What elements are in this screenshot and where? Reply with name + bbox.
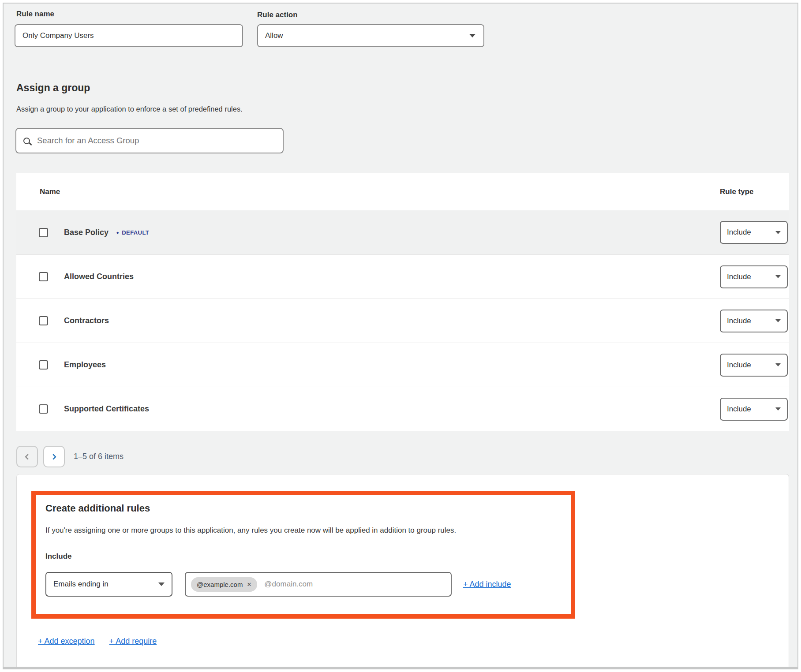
add-exception-link[interactable]: + Add exception xyxy=(38,637,95,646)
access-group-search[interactable] xyxy=(15,128,284,153)
rule-type-value: Include xyxy=(727,273,751,281)
rule-type-value: Include xyxy=(727,317,751,325)
rule-action-value: Allow xyxy=(265,31,283,40)
pagination-label: 1–5 of 6 items xyxy=(74,452,124,461)
email-domain-chip: @example.com ✕ xyxy=(191,577,257,592)
assign-group-description: Assign a group to your application to en… xyxy=(16,105,243,113)
chevron-down-icon xyxy=(775,363,781,366)
pagination: 1–5 of 6 items xyxy=(16,446,124,467)
chevron-down-icon xyxy=(158,582,165,586)
default-badge-label: DEFAULT xyxy=(122,229,149,236)
additional-rules-card: Create additional rules If you're assign… xyxy=(16,474,789,667)
column-header-name: Name xyxy=(40,187,720,196)
rule-type-select[interactable]: Include xyxy=(720,354,788,377)
row-checkbox[interactable] xyxy=(39,272,48,281)
next-page-button[interactable] xyxy=(43,446,65,467)
chip-remove-icon[interactable]: ✕ xyxy=(247,581,251,588)
chevron-down-icon xyxy=(469,34,475,37)
include-label: Include xyxy=(45,552,561,561)
group-name: Allowed Countries xyxy=(64,272,134,281)
rule-type-value: Include xyxy=(727,228,751,237)
table-header: Name Rule type xyxy=(16,173,789,210)
rule-action-select[interactable]: Allow xyxy=(257,24,484,47)
search-input[interactable] xyxy=(37,136,276,146)
table-row: Base Policy • DEFAULT Include xyxy=(16,210,789,254)
row-checkbox[interactable] xyxy=(39,228,48,237)
table-row: Supported Certificates Include xyxy=(16,387,789,431)
table-row: Contractors Include xyxy=(16,299,789,343)
column-header-rule-type: Rule type xyxy=(720,187,789,196)
email-domain-input[interactable] xyxy=(264,580,445,589)
rule-selector-select[interactable]: Emails ending in xyxy=(45,572,172,597)
chevron-right-icon xyxy=(50,453,56,459)
rule-type-select[interactable]: Include xyxy=(720,221,788,244)
default-badge: • DEFAULT xyxy=(116,229,149,236)
add-include-link[interactable]: + Add include xyxy=(463,580,511,589)
chip-label: @example.com xyxy=(197,581,243,588)
search-icon xyxy=(23,138,30,144)
default-badge-dot: • xyxy=(116,229,119,236)
rule-selector-value: Emails ending in xyxy=(53,580,109,589)
chevron-down-icon xyxy=(775,407,781,411)
highlight-box: Create additional rules If you're assign… xyxy=(31,491,575,619)
groups-table: Name Rule type Base Policy • DEFAULT Inc… xyxy=(16,173,789,431)
rule-type-value: Include xyxy=(727,361,751,370)
create-additional-rules-description: If you're assigning one or more groups t… xyxy=(45,526,561,535)
row-checkbox[interactable] xyxy=(39,316,48,325)
row-checkbox[interactable] xyxy=(39,404,48,414)
chevron-left-icon xyxy=(25,453,31,459)
email-domain-tag-input[interactable]: @example.com ✕ xyxy=(185,572,452,597)
group-name: Contractors xyxy=(64,316,109,325)
add-require-link[interactable]: + Add require xyxy=(109,637,157,646)
group-name: Supported Certificates xyxy=(64,404,149,414)
assign-group-heading: Assign a group xyxy=(16,82,90,94)
page-frame: Rule name Rule action Allow Assign a gro… xyxy=(3,3,798,669)
chevron-down-icon xyxy=(775,231,781,234)
rule-action-label: Rule action xyxy=(257,11,298,19)
chevron-down-icon xyxy=(775,275,781,278)
group-name: Employees xyxy=(64,360,106,370)
chevron-down-icon xyxy=(775,319,781,322)
rule-name-input[interactable] xyxy=(15,24,243,47)
group-name: Base Policy xyxy=(64,228,109,237)
rule-type-select[interactable]: Include xyxy=(720,398,788,421)
rule-name-label: Rule name xyxy=(16,10,54,19)
rule-type-value: Include xyxy=(727,405,751,414)
table-row: Employees Include xyxy=(16,343,789,387)
rule-type-select[interactable]: Include xyxy=(720,310,788,332)
rule-footer-links: + Add exception + Add require xyxy=(38,637,157,646)
rule-type-select[interactable]: Include xyxy=(720,265,788,288)
row-checkbox[interactable] xyxy=(39,360,48,370)
include-rule-controls: Emails ending in @example.com ✕ + Add in… xyxy=(45,572,561,597)
create-additional-rules-heading: Create additional rules xyxy=(45,503,561,514)
table-row: Allowed Countries Include xyxy=(16,254,789,299)
previous-page-button[interactable] xyxy=(16,446,38,467)
